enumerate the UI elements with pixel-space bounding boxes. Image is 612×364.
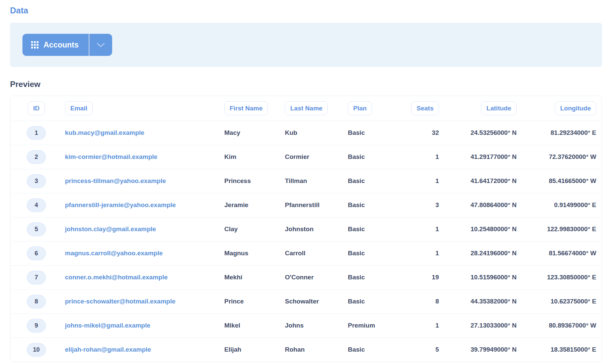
seats-cell: 5	[380, 338, 446, 362]
plan-cell: Basic	[333, 289, 380, 313]
column-chip-seats[interactable]: Seats	[411, 101, 439, 115]
seats-cell: 1	[380, 313, 446, 338]
id-cell: 3	[10, 169, 56, 193]
table-row: 7 conner.o.mekhi@hotmail.example Mekhi O…	[10, 265, 602, 289]
email-link[interactable]: pfannerstill-jeramie@yahoo.example	[65, 201, 176, 208]
last-name-cell: Cormier	[276, 145, 333, 169]
latitude-cell: 24.53256000° N	[446, 121, 523, 145]
seats-cell: 19	[380, 265, 446, 289]
column-chip-id[interactable]: ID	[28, 101, 45, 115]
column-chip-latitude[interactable]: Latitude	[481, 101, 517, 115]
row-id-badge: 4	[27, 198, 46, 212]
plan-cell: Basic	[333, 265, 380, 289]
column-header-last-name: Last Name	[276, 96, 333, 121]
latitude-cell: 41.64172000° N	[446, 169, 523, 193]
column-header-id: ID	[10, 96, 56, 121]
last-name-cell: Schowalter	[276, 289, 333, 313]
column-chip-plan[interactable]: Plan	[348, 101, 372, 115]
latitude-cell: 39.79949000° N	[446, 338, 523, 362]
column-chip-email[interactable]: Email	[65, 101, 93, 115]
plan-cell: Basic	[333, 217, 380, 241]
accounts-button-label: Accounts	[44, 40, 79, 50]
first-name-cell: Macy	[216, 121, 276, 145]
email-cell: elijah-rohan@gmail.example	[56, 338, 216, 362]
email-cell: magnus.carroll@yahoo.example	[56, 241, 216, 265]
column-header-email: Email	[56, 96, 216, 121]
row-id-badge: 3	[27, 174, 46, 188]
plan-cell: Basic	[333, 338, 380, 362]
table-grid-icon	[31, 41, 39, 49]
seats-cell: 1	[380, 169, 446, 193]
latitude-cell: 28.24196000° N	[446, 241, 523, 265]
last-name-cell: Johnston	[276, 217, 333, 241]
email-cell: johnston.clay@gmail.example	[56, 217, 216, 241]
email-link[interactable]: johnston.clay@gmail.example	[65, 225, 156, 233]
preview-section-title: Preview	[10, 80, 612, 89]
first-name-cell: Prince	[216, 289, 276, 313]
latitude-cell: 27.13033000° N	[446, 313, 523, 338]
first-name-cell: Elijah	[216, 338, 276, 362]
longitude-cell: 81.56674000° W	[523, 241, 602, 265]
longitude-cell: 72.37620000° W	[523, 145, 602, 169]
email-cell: johns-mikel@gmail.example	[56, 313, 216, 338]
latitude-cell: 10.25480000° N	[446, 217, 523, 241]
email-link[interactable]: kub.macy@gmail.example	[65, 129, 144, 136]
row-id-badge: 8	[27, 295, 46, 308]
email-link[interactable]: kim-cormier@hotmail.example	[65, 153, 157, 160]
table-row: 10 elijah-rohan@gmail.example Elijah Roh…	[10, 338, 602, 362]
seats-cell: 1	[380, 145, 446, 169]
last-name-cell: Carroll	[276, 241, 333, 265]
id-cell: 7	[10, 265, 56, 289]
longitude-cell: 18.35815000° E	[523, 338, 602, 362]
row-id-badge: 7	[27, 271, 46, 284]
plan-cell: Basic	[333, 193, 380, 217]
row-id-badge: 10	[27, 343, 46, 357]
preview-table-card: ID Email First Name Last Name Plan Seats…	[10, 96, 602, 362]
email-link[interactable]: conner.o.mekhi@hotmail.example	[65, 274, 168, 281]
email-link[interactable]: magnus.carroll@yahoo.example	[65, 250, 163, 257]
id-cell: 4	[10, 193, 56, 217]
accounts-button[interactable]: Accounts	[22, 34, 89, 56]
table-row: 4 pfannerstill-jeramie@yahoo.example Jer…	[10, 193, 602, 217]
last-name-cell: Rohan	[276, 338, 333, 362]
email-cell: pfannerstill-jeramie@yahoo.example	[56, 193, 216, 217]
email-link[interactable]: prince-schowalter@hotmail.example	[65, 298, 175, 305]
last-name-cell: Tillman	[276, 169, 333, 193]
longitude-cell: 122.99830000° E	[523, 217, 602, 241]
row-id-badge: 5	[27, 222, 46, 236]
chevron-down-icon	[96, 42, 105, 48]
plan-cell: Basic	[333, 121, 380, 145]
plan-cell: Basic	[333, 169, 380, 193]
id-cell: 6	[10, 241, 56, 265]
email-cell: princess-tillman@yahoo.example	[56, 169, 216, 193]
id-cell: 10	[10, 338, 56, 362]
page: Data Accounts	[0, 5, 612, 364]
column-chip-first-name[interactable]: First Name	[224, 101, 268, 115]
column-chip-last-name[interactable]: Last Name	[285, 101, 328, 115]
preview-table: ID Email First Name Last Name Plan Seats…	[10, 96, 602, 362]
email-link[interactable]: elijah-rohan@gmail.example	[65, 346, 151, 353]
data-source-split-button: Accounts	[22, 34, 112, 56]
id-cell: 5	[10, 217, 56, 241]
email-link[interactable]: johns-mikel@gmail.example	[65, 322, 150, 329]
table-row: 9 johns-mikel@gmail.example Mikel Johns …	[10, 313, 602, 338]
row-id-badge: 6	[27, 247, 46, 260]
column-header-latitude: Latitude	[446, 96, 523, 121]
data-section-title: Data	[10, 5, 612, 15]
table-row: 8 prince-schowalter@hotmail.example Prin…	[10, 289, 602, 313]
last-name-cell: O'Conner	[276, 265, 333, 289]
first-name-cell: Mikel	[216, 313, 276, 338]
email-cell: conner.o.mekhi@hotmail.example	[56, 265, 216, 289]
id-cell: 8	[10, 289, 56, 313]
seats-cell: 3	[380, 193, 446, 217]
seats-cell: 1	[380, 241, 446, 265]
email-cell: kim-cormier@hotmail.example	[56, 145, 216, 169]
email-link[interactable]: princess-tillman@yahoo.example	[65, 177, 166, 184]
column-chip-longitude[interactable]: Longitude	[555, 101, 596, 115]
last-name-cell: Kub	[276, 121, 333, 145]
data-source-dropdown-button[interactable]	[89, 34, 112, 56]
email-cell: prince-schowalter@hotmail.example	[56, 289, 216, 313]
id-cell: 1	[10, 121, 56, 145]
table-header-row: ID Email First Name Last Name Plan Seats…	[10, 96, 602, 121]
plan-cell: Basic	[333, 145, 380, 169]
